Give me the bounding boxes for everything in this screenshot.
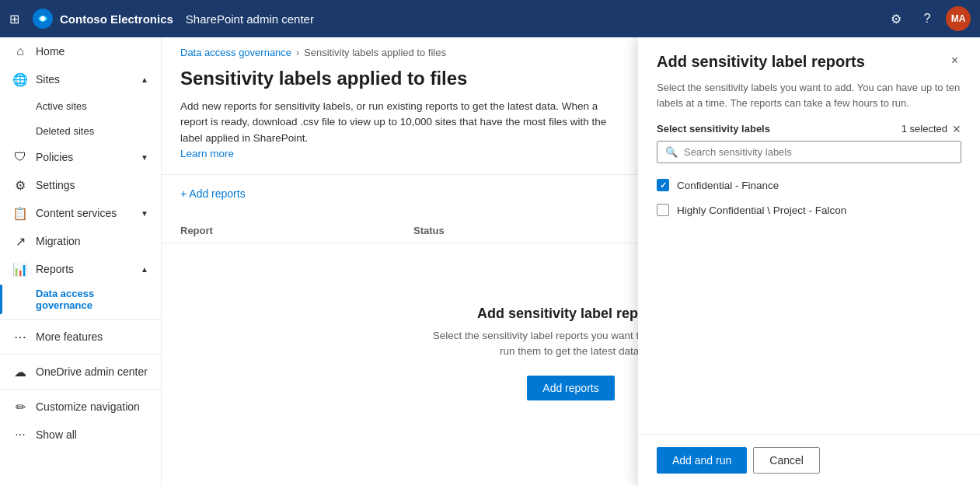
add-and-run-button[interactable]: Add and run (657, 447, 747, 474)
sidebar-item-reports[interactable]: 📊 Reports ▲ (0, 255, 161, 283)
avatar[interactable]: MA (946, 6, 971, 31)
chevron-up-icon: ▲ (141, 75, 148, 84)
sidebar-item-more-features[interactable]: ⋯ More features (0, 323, 161, 351)
checkbox-item-confidential-finance[interactable]: Confidential - Finance (657, 173, 961, 198)
panel-selected-count: 1 selected ✕ (902, 123, 961, 135)
sidebar-item-home[interactable]: ⌂ Home (0, 37, 161, 65)
customize-nav-icon: ✏ (12, 400, 28, 414)
add-reports-button[interactable]: + Add reports (180, 187, 246, 200)
col-report: Report (180, 225, 413, 236)
empty-state-title: Add sensitivity label reports (477, 306, 664, 322)
panel-label-row: Select sensitivity labels 1 selected ✕ (657, 123, 961, 135)
cancel-button[interactable]: Cancel (753, 447, 820, 474)
sidebar-item-customize-label: Customize navigation (36, 400, 140, 413)
top-nav-icons: ⚙ ? MA (884, 6, 971, 31)
settings-nav-icon: ⚙ (12, 178, 28, 193)
main-content: Data access governance › Sensitivity lab… (162, 37, 980, 486)
sidebar-item-sites[interactable]: 🌐 Sites ▲ (0, 65, 161, 93)
sites-icon: 🌐 (12, 72, 28, 87)
sidebar-item-active-sites[interactable]: Active sites (0, 93, 161, 118)
checkbox-item-highly-confidential[interactable]: Highly Confidential \ Project - Falcon (657, 198, 961, 222)
sidebar-item-policies[interactable]: 🛡 Policies ▼ (0, 143, 161, 171)
show-all-icon: ··· (12, 428, 28, 442)
empty-state-add-reports-button[interactable]: Add reports (527, 376, 614, 400)
help-button[interactable]: ? (915, 6, 940, 31)
data-access-governance-label: Data access governance (36, 288, 148, 311)
top-nav: ⊞ Contoso Electronics SharePoint admin c… (0, 0, 980, 37)
app-title: SharePoint admin center (186, 12, 314, 26)
panel-select-label: Select sensitivity labels (657, 123, 770, 135)
sidebar-item-data-access-governance[interactable]: Data access governance (0, 283, 161, 316)
search-icon: 🔍 (665, 146, 678, 158)
checkbox-confidential-finance[interactable] (657, 179, 669, 191)
breadcrumb-current: Sensitivity labels applied to files (304, 47, 446, 58)
sidebar-item-home-label: Home (36, 45, 65, 58)
checkbox-highly-confidential[interactable] (657, 204, 669, 216)
search-box: 🔍 (657, 141, 961, 163)
content-services-icon: 📋 (12, 206, 28, 221)
chevron-down-icon: ▼ (141, 153, 148, 162)
sidebar-item-content-services-label: Content services (36, 207, 117, 219)
sidebar-item-sites-label: Sites (36, 73, 60, 86)
reports-icon: 📊 (12, 262, 28, 277)
policies-icon: 🛡 (12, 150, 28, 164)
sidebar-item-show-all-label: Show all (36, 428, 77, 441)
sidebar-item-policies-label: Policies (36, 151, 73, 163)
breadcrumb-sep: › (296, 47, 299, 58)
org-logo: Contoso Electronics (32, 8, 173, 30)
home-icon: ⌂ (12, 44, 28, 58)
checkbox-confidential-finance-label: Confidential - Finance (677, 180, 779, 191)
onedrive-icon: ☁ (12, 365, 28, 379)
panel-overlay: Add sensitivity label reports × Select t… (638, 37, 980, 486)
checkbox-list: Confidential - Finance Highly Confidenti… (657, 173, 961, 222)
search-sensitivity-labels-input[interactable] (684, 146, 953, 158)
active-sites-label: Active sites (36, 100, 87, 112)
settings-button[interactable]: ⚙ (884, 6, 909, 31)
sidebar-item-migration-label: Migration (36, 235, 81, 247)
page-description: Add new reports for sensitivity labels, … (162, 99, 628, 174)
deleted-sites-label: Deleted sites (36, 125, 94, 137)
sidebar-item-customize-nav[interactable]: ✏ Customize navigation (0, 393, 161, 421)
sidebar-item-content-services[interactable]: 📋 Content services ▼ (0, 199, 161, 227)
sidebar-item-onedrive-label: OneDrive admin center (36, 365, 148, 378)
chevron-down-icon-cs: ▼ (141, 209, 148, 218)
svg-point-1 (40, 16, 45, 21)
sidebar-item-show-all[interactable]: ··· Show all (0, 421, 161, 449)
panel-footer: Add and run Cancel (638, 434, 980, 486)
panel-description: Select the sensitivity labels you want t… (638, 80, 980, 123)
sidebar-item-settings-label: Settings (36, 179, 75, 191)
clear-selection-button[interactable]: ✕ (952, 124, 961, 135)
sidebar-item-migration[interactable]: ↗ Migration (0, 227, 161, 255)
waffle-icon[interactable]: ⊞ (9, 12, 19, 26)
more-features-icon: ⋯ (12, 330, 28, 344)
panel-header: Add sensitivity label reports × (638, 37, 980, 80)
sidebar: ⌂ Home 🌐 Sites ▲ Active sites Deleted si… (0, 37, 162, 486)
sidebar-item-reports-label: Reports (36, 263, 74, 275)
checkbox-highly-confidential-label: Highly Confidential \ Project - Falcon (677, 205, 846, 216)
learn-more-link[interactable]: Learn more (180, 148, 234, 159)
breadcrumb-parent-link[interactable]: Data access governance (180, 47, 291, 58)
sidebar-item-more-features-label: More features (36, 330, 103, 343)
sidebar-item-deleted-sites[interactable]: Deleted sites (0, 118, 161, 143)
panel-body: Select sensitivity labels 1 selected ✕ 🔍 (638, 123, 980, 434)
panel-close-button[interactable]: × (948, 53, 961, 68)
sidebar-item-settings[interactable]: ⚙ Settings (0, 171, 161, 199)
sidebar-item-onedrive-admin[interactable]: ☁ OneDrive admin center (0, 358, 161, 386)
panel-title: Add sensitivity label reports (657, 53, 865, 71)
chevron-up-icon-rp: ▲ (141, 265, 148, 274)
migration-icon: ↗ (12, 234, 28, 249)
